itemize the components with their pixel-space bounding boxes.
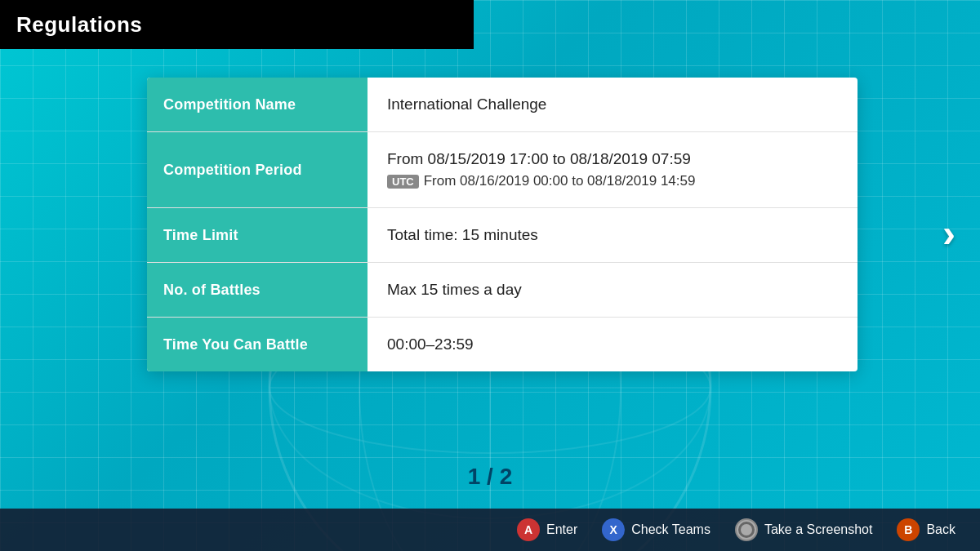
x-button[interactable]: X (602, 518, 625, 541)
page-indicator: 1 / 2 (468, 464, 512, 490)
check-teams-label: Check Teams (631, 522, 710, 537)
action-check-teams[interactable]: X Check Teams (602, 518, 710, 541)
competition-name-value: International Challenge (368, 78, 858, 131)
action-screenshot[interactable]: Take a Screenshot (735, 518, 873, 541)
o-button[interactable] (735, 518, 758, 541)
action-back[interactable]: B Back (897, 518, 956, 541)
competition-period-utc-line: UTC From 08/16/2019 00:00 to 08/18/2019 … (387, 173, 838, 189)
competition-period-value: From 08/15/2019 17:00 to 08/18/2019 07:5… (368, 132, 858, 207)
time-can-battle-label: Time You Can Battle (147, 318, 368, 371)
competition-period-label: Competition Period (147, 132, 368, 207)
no-of-battles-label: No. of Battles (147, 263, 368, 317)
b-button[interactable]: B (897, 518, 920, 541)
time-limit-label: Time Limit (147, 208, 368, 262)
no-of-battles-value: Max 15 times a day (368, 263, 858, 317)
screenshot-label: Take a Screenshot (764, 522, 873, 537)
table-row: Time Limit Total time: 15 minutes (147, 208, 858, 263)
title-bar: Regulations (0, 0, 474, 49)
no-of-battles-text: Max 15 times a day (387, 281, 838, 299)
competition-period-secondary: From 08/16/2019 00:00 to 08/18/2019 14:5… (424, 173, 696, 189)
a-button[interactable]: A (517, 518, 540, 541)
page-title: Regulations (16, 12, 142, 38)
table-row: No. of Battles Max 15 times a day (147, 263, 858, 318)
bottom-bar: A Enter X Check Teams Take a Screenshot … (0, 509, 980, 551)
time-can-battle-value: 00:00–23:59 (368, 318, 858, 371)
competition-period-primary: From 08/15/2019 17:00 to 08/18/2019 07:5… (387, 150, 838, 168)
table-row: Competition Name International Challenge (147, 78, 858, 132)
competition-name-label: Competition Name (147, 78, 368, 131)
competition-name-text: International Challenge (387, 96, 838, 113)
table-row: Competition Period From 08/15/2019 17:00… (147, 132, 858, 208)
back-label: Back (926, 522, 956, 537)
action-enter[interactable]: A Enter (517, 518, 577, 541)
regulations-panel: Competition Name International Challenge… (147, 78, 858, 371)
time-limit-text: Total time: 15 minutes (387, 226, 838, 244)
next-arrow[interactable]: › (942, 211, 956, 256)
time-can-battle-text: 00:00–23:59 (387, 335, 838, 353)
time-limit-value: Total time: 15 minutes (368, 208, 858, 262)
utc-badge: UTC (387, 175, 419, 189)
table-row: Time You Can Battle 00:00–23:59 (147, 318, 858, 371)
enter-label: Enter (546, 522, 577, 537)
